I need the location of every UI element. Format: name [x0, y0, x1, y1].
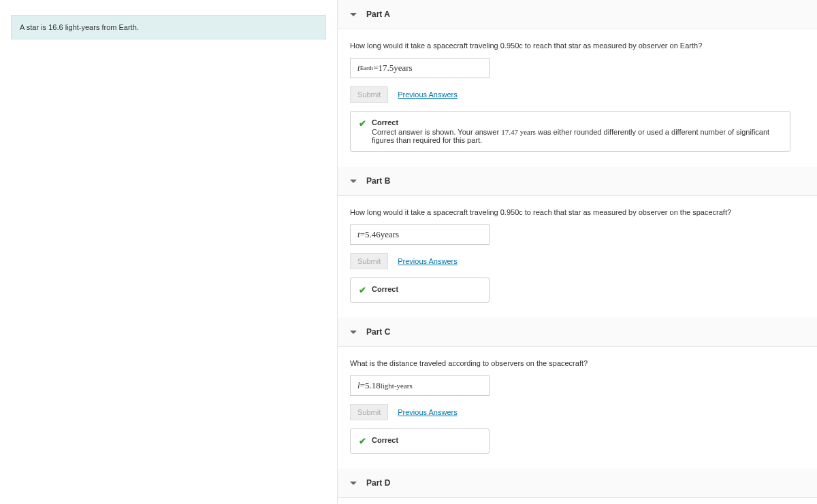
answer-value: 5.18	[365, 380, 381, 391]
submit-button: Submit	[350, 404, 388, 420]
chevron-down-icon	[350, 180, 357, 183]
part-b-title: Part B	[366, 176, 390, 186]
part-b-answer: t = 5.46 years	[350, 224, 490, 245]
answer-unit: light-years	[381, 382, 413, 390]
part-a-answer: tEarth = 17.5 years	[350, 58, 490, 78]
feedback-body: Correct answer is shown. Your answer 17.…	[372, 128, 782, 144]
part-a-header[interactable]: Part A	[338, 0, 817, 29]
part-b-header[interactable]: Part B	[338, 167, 817, 196]
problem-statement: A star is 16.6 light-years from Earth.	[11, 15, 326, 39]
part-a: Part A How long would it take a spacecra…	[338, 0, 817, 152]
submit-button: Submit	[350, 86, 388, 103]
part-d-title: Part D	[366, 478, 390, 488]
feedback-title: Correct	[372, 285, 398, 293]
answer-value: 17.5	[378, 63, 394, 73]
feedback-correct: ✔ Correct	[350, 429, 490, 454]
previous-answers-link[interactable]: Previous Answers	[398, 257, 457, 265]
answer-equals: =	[373, 63, 378, 73]
part-c-answer: l = 5.18 light-years	[350, 375, 490, 396]
feedback-correct: ✔ Correct	[350, 278, 490, 303]
answer-equals: =	[360, 229, 365, 240]
submit-button: Submit	[350, 253, 388, 269]
answer-unit: years	[381, 229, 399, 240]
part-a-question: How long would it take a spacecraft trav…	[350, 41, 805, 50]
feedback-title: Correct	[372, 436, 398, 444]
answer-equals: =	[360, 380, 365, 391]
part-a-title: Part A	[366, 10, 390, 19]
part-c-question: What is the distance traveled according …	[350, 359, 805, 367]
feedback-title: Correct	[372, 118, 782, 127]
answer-value: 5.46	[365, 229, 381, 240]
answer-unit: years	[394, 63, 412, 73]
previous-answers-link[interactable]: Previous Answers	[398, 90, 457, 99]
chevron-down-icon	[350, 482, 357, 485]
part-c: Part C What is the distance traveled acc…	[338, 318, 817, 454]
chevron-down-icon	[350, 13, 357, 16]
part-b: Part B How long would it take a spacecra…	[338, 167, 817, 303]
part-d-header[interactable]: Part D	[338, 469, 817, 498]
part-c-header[interactable]: Part C	[338, 318, 817, 347]
chevron-down-icon	[350, 331, 357, 334]
answer-subscript: Earth	[360, 65, 374, 71]
check-icon: ✔	[359, 436, 366, 446]
feedback-correct: ✔ Correct Correct answer is shown. Your …	[350, 111, 790, 152]
part-d: Part D What will the spacecraft occupant…	[338, 469, 817, 504]
previous-answers-link[interactable]: Previous Answers	[398, 408, 457, 416]
check-icon: ✔	[359, 118, 366, 129]
check-icon: ✔	[359, 285, 366, 295]
part-c-title: Part C	[366, 327, 390, 337]
part-b-question: How long would it take a spacecraft trav…	[350, 208, 805, 216]
